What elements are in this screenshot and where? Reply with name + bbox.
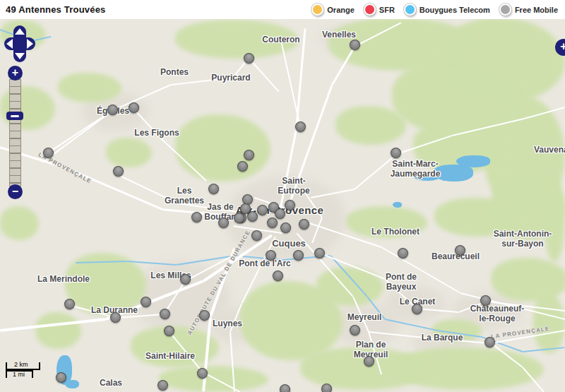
legend-color-icon [364, 4, 376, 16]
header-bar: 49 Antennes Trouvées OrangeSFRBouygues T… [0, 0, 565, 19]
antenna-marker[interactable] [180, 274, 191, 285]
antenna-marker[interactable] [237, 161, 248, 172]
antenna-marker[interactable] [484, 337, 495, 348]
antenna-marker[interactable] [266, 250, 276, 261]
map-place-label: Puyricard [211, 73, 250, 83]
map-place-label: Luynes [213, 319, 242, 328]
antenna-marker[interactable] [157, 380, 168, 391]
antenna-marker[interactable] [240, 203, 251, 214]
vegetation-area [35, 312, 81, 349]
antenna-marker[interactable] [191, 212, 202, 222]
map-place-label: Saint- Eutrope [278, 176, 309, 196]
antenna-marker[interactable] [391, 148, 401, 158]
zoom-out-button[interactable]: − [8, 184, 23, 199]
antenna-marker[interactable] [321, 384, 332, 392]
antenna-marker[interactable] [480, 295, 491, 306]
zoom-slider-handle-slot [11, 115, 19, 117]
zoom-slider-track[interactable] [9, 79, 21, 186]
pan-up-button[interactable] [15, 28, 25, 35]
antenna-marker[interactable] [234, 213, 244, 223]
legend-label: Orange [327, 6, 355, 14]
map-place-label: Vauvenargues [534, 145, 565, 155]
page-title: 49 Antennes Trouvées [6, 4, 106, 15]
antenna-marker[interactable] [412, 304, 422, 314]
antenna-map-app: + − + 2 km 1 mi LA PROVENÇALEAUTOROUTE D… [0, 0, 565, 392]
vegetation-area [533, 293, 565, 353]
antenna-marker[interactable] [293, 250, 304, 261]
antenna-marker[interactable] [350, 40, 360, 50]
legend-item-free-mobile[interactable]: Free Mobile [499, 4, 558, 16]
antenna-marker[interactable] [280, 222, 291, 233]
antenna-marker[interactable] [455, 245, 465, 256]
zoom-in-button[interactable]: + [8, 66, 23, 81]
map-place-label: Châteauneuf- le-Rouge [470, 304, 525, 323]
legend-label: Bouygues Telecom [420, 6, 490, 14]
scale-line: 2 km 1 mi [6, 360, 55, 382]
map-place-label: Les Figons [134, 128, 179, 138]
antenna-marker[interactable] [398, 248, 408, 259]
scale-km-label: 2 km [14, 361, 28, 368]
antenna-marker[interactable] [129, 102, 139, 113]
vegetation-area [392, 348, 544, 390]
vegetation-area [0, 86, 55, 130]
road [280, 41, 301, 126]
antenna-marker[interactable] [43, 148, 54, 158]
antenna-marker[interactable] [56, 372, 66, 383]
antenna-marker[interactable] [110, 312, 121, 323]
map-place-label: Cuques [272, 238, 306, 249]
map-place-label: Pont de l'Arc [239, 259, 291, 268]
road [49, 109, 113, 153]
antenna-marker[interactable] [299, 219, 309, 230]
map-place-label: Calas [100, 378, 122, 388]
map-place-label: Pont de Bayeux [386, 272, 417, 292]
map-place-label: Pontes [160, 67, 189, 77]
lake [393, 202, 402, 208]
antenna-marker[interactable] [199, 310, 210, 321]
antenna-marker[interactable] [244, 53, 254, 64]
antenna-marker[interactable] [197, 368, 208, 379]
antenna-marker[interactable] [285, 200, 295, 210]
vegetation-area [316, 267, 383, 306]
map-place-label: La Barque [422, 333, 463, 343]
pan-right-button[interactable] [27, 39, 33, 49]
antenna-marker[interactable] [280, 384, 290, 392]
antenna-marker[interactable] [218, 218, 229, 228]
legend-color-icon [499, 4, 511, 16]
legend-item-bouygues-telecom[interactable]: Bouygues Telecom [404, 4, 490, 16]
antenna-marker[interactable] [257, 205, 268, 215]
legend-color-icon [404, 4, 416, 16]
vegetation-area [0, 206, 39, 240]
antenna-marker[interactable] [273, 271, 283, 281]
antenna-marker[interactable] [164, 326, 174, 336]
map-place-label: Saint-Antonin- sur-Bayon [494, 229, 552, 249]
legend-item-orange[interactable]: Orange [311, 4, 355, 16]
antenna-marker[interactable] [160, 309, 170, 319]
map-place-label: Les Granettes [165, 186, 204, 206]
antenna-marker[interactable] [350, 325, 360, 335]
map-place-label: Saint-Hilaire [145, 351, 195, 361]
antenna-marker[interactable] [267, 218, 278, 228]
antenna-marker[interactable] [364, 356, 374, 367]
zoom-slider-handle[interactable] [6, 112, 23, 120]
pan-down-button[interactable] [15, 53, 25, 59]
antenna-marker[interactable] [208, 184, 219, 194]
antenna-marker[interactable] [64, 299, 75, 309]
pan-control [4, 25, 35, 62]
vegetation-area [58, 73, 121, 102]
map-place-label: Venelles [322, 30, 356, 40]
map-place-label: Meyreuil [347, 312, 382, 322]
map-place-label: Saint-Marc- Jaumegarde [391, 159, 441, 179]
map-canvas[interactable]: + − + 2 km 1 mi LA PROVENÇALEAUTOROUTE D… [0, 0, 565, 392]
antenna-marker[interactable] [314, 248, 325, 259]
antenna-marker[interactable] [251, 230, 262, 241]
antenna-marker[interactable] [295, 121, 306, 132]
map-place-label: Couteron [262, 35, 299, 44]
antenna-marker[interactable] [141, 297, 151, 307]
pan-left-button[interactable] [6, 39, 13, 49]
antenna-marker[interactable] [275, 208, 285, 219]
antenna-marker[interactable] [107, 105, 118, 115]
antenna-marker[interactable] [244, 150, 254, 160]
antenna-marker[interactable] [113, 166, 124, 177]
carrier-legend: OrangeSFRBouygues TelecomFree Mobile [311, 4, 559, 16]
legend-item-sfr[interactable]: SFR [364, 4, 395, 16]
